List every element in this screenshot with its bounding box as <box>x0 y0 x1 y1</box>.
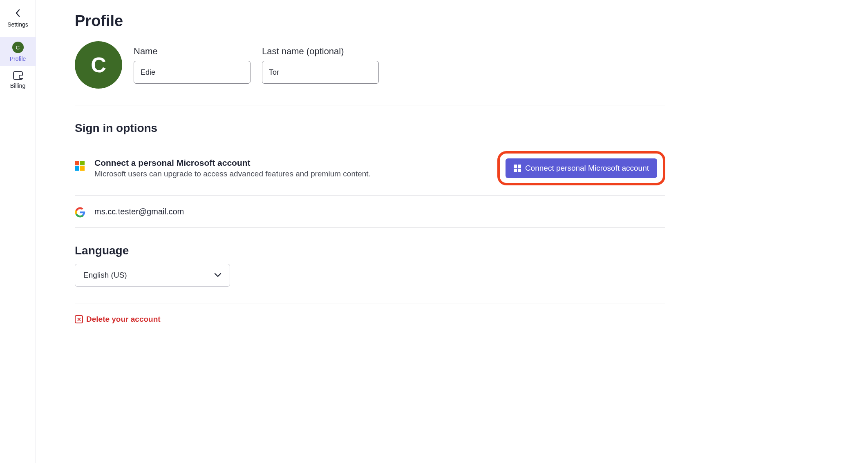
sidebar-header-label: Settings <box>7 21 28 28</box>
language-selected-value: English (US) <box>83 271 127 280</box>
delete-account-label: Delete your account <box>86 315 161 324</box>
name-input[interactable] <box>134 61 251 84</box>
google-account-email: ms.cc.tester@gmail.com <box>94 207 184 216</box>
windows-icon <box>514 165 521 172</box>
connect-microsoft-button-label: Connect personal Microsoft account <box>525 164 649 173</box>
chevron-down-icon <box>214 273 221 278</box>
chevron-left-icon <box>15 9 21 17</box>
microsoft-option-left: Connect a personal Microsoft account Mic… <box>75 158 371 178</box>
main-content: Profile C Name Last name (optional) Sign… <box>36 0 690 463</box>
sidebar-item-profile[interactable]: C Profile <box>0 37 36 66</box>
highlight-frame: Connect personal Microsoft account <box>497 151 665 185</box>
name-field-group: Name <box>134 46 251 84</box>
google-icon <box>75 207 85 218</box>
wallet-icon <box>13 71 23 80</box>
lastname-label: Last name (optional) <box>262 46 379 57</box>
language-section-title: Language <box>75 244 665 257</box>
microsoft-connect-row: Connect a personal Microsoft account Mic… <box>75 141 665 196</box>
sidebar-item-label: Profile <box>10 56 26 62</box>
profile-avatar[interactable]: C <box>75 41 122 89</box>
lastname-field-group: Last name (optional) <box>262 46 379 84</box>
sidebar-avatar-icon: C <box>12 42 24 53</box>
lastname-input[interactable] <box>262 61 379 84</box>
microsoft-icon <box>75 160 85 170</box>
microsoft-option-title: Connect a personal Microsoft account <box>94 158 371 168</box>
sidebar-item-billing[interactable]: Billing <box>0 66 36 93</box>
name-label: Name <box>134 46 251 57</box>
google-account-row: ms.cc.tester@gmail.com <box>75 196 665 227</box>
profile-identity-row: C Name Last name (optional) <box>75 41 665 105</box>
connect-microsoft-button[interactable]: Connect personal Microsoft account <box>506 158 657 178</box>
delete-account-link[interactable]: ✕ Delete your account <box>75 315 665 324</box>
sidebar-item-label: Billing <box>10 82 25 89</box>
settings-sidebar: Settings C Profile Billing <box>0 0 36 463</box>
signin-section-title: Sign in options <box>75 122 665 135</box>
language-select[interactable]: English (US) <box>75 264 230 287</box>
page-title: Profile <box>75 12 665 30</box>
delete-x-icon: ✕ <box>75 315 83 323</box>
back-button[interactable] <box>12 7 24 19</box>
microsoft-option-desc: Microsoft users can upgrade to access ad… <box>94 169 371 178</box>
